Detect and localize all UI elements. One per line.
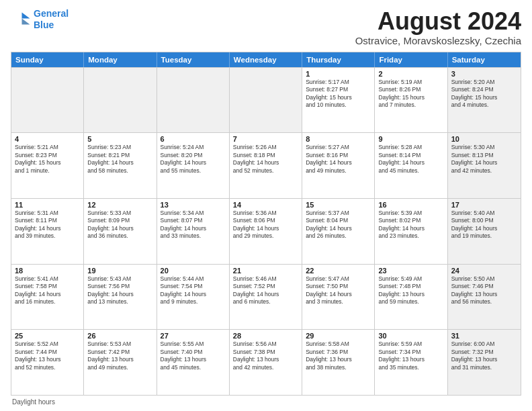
day-number: 3 — [451, 70, 517, 78]
day-number: 6 — [161, 135, 226, 143]
cell-info: Sunrise: 5:34 AMSunset: 8:07 PMDaylight:… — [161, 210, 226, 240]
day-number: 13 — [161, 201, 226, 209]
cal-header-friday: Friday — [375, 52, 447, 67]
day-number: 26 — [87, 332, 152, 340]
cell-info: Sunrise: 5:21 AMSunset: 8:23 PMDaylight:… — [15, 144, 80, 175]
day-number: 9 — [378, 135, 443, 143]
cal-cell-4-5: 22Sunrise: 5:47 AMSunset: 7:50 PMDayligh… — [302, 265, 375, 330]
cal-cell-4-7: 24Sunrise: 5:50 AMSunset: 7:46 PMDayligh… — [448, 265, 521, 330]
cal-cell-4-4: 21Sunrise: 5:46 AMSunset: 7:52 PMDayligh… — [230, 265, 302, 330]
day-number: 17 — [451, 201, 517, 209]
cal-header-wednesday: Wednesday — [230, 52, 302, 67]
cal-header-sunday: Sunday — [11, 52, 84, 67]
day-number: 30 — [378, 332, 443, 340]
cell-info: Sunrise: 5:41 AMSunset: 7:58 PMDaylight:… — [15, 275, 80, 306]
cal-week-5: 25Sunrise: 5:52 AMSunset: 7:44 PMDayligh… — [11, 329, 521, 395]
cal-cell-5-7: 31Sunrise: 6:00 AMSunset: 7:32 PMDayligh… — [448, 330, 521, 395]
day-number: 18 — [15, 267, 80, 275]
cell-info: Sunrise: 5:47 AMSunset: 7:50 PMDaylight:… — [306, 275, 371, 306]
day-number: 11 — [15, 201, 80, 209]
cell-info: Sunrise: 5:24 AMSunset: 8:20 PMDaylight:… — [161, 144, 226, 175]
day-number: 8 — [306, 135, 371, 143]
cell-info: Sunrise: 5:30 AMSunset: 8:13 PMDaylight:… — [451, 144, 517, 175]
cell-info: Sunrise: 5:28 AMSunset: 8:14 PMDaylight:… — [378, 144, 443, 175]
cal-header-monday: Monday — [84, 52, 157, 67]
cell-info: Sunrise: 5:26 AMSunset: 8:18 PMDaylight:… — [233, 144, 298, 175]
cell-info: Sunrise: 5:37 AMSunset: 8:04 PMDaylight:… — [306, 210, 371, 240]
cell-info: Sunrise: 5:36 AMSunset: 8:06 PMDaylight:… — [233, 210, 298, 240]
cal-cell-5-4: 28Sunrise: 5:56 AMSunset: 7:38 PMDayligh… — [230, 330, 302, 395]
cell-info: Sunrise: 5:19 AMSunset: 8:26 PMDaylight:… — [378, 79, 443, 109]
cal-cell-1-5: 1Sunrise: 5:17 AMSunset: 8:27 PMDaylight… — [302, 68, 375, 133]
cell-info: Sunrise: 5:17 AMSunset: 8:27 PMDaylight:… — [306, 79, 371, 109]
cal-cell-3-5: 15Sunrise: 5:37 AMSunset: 8:04 PMDayligh… — [302, 199, 375, 264]
header: General Blue August 2024 Ostravice, Mora… — [11, 8, 521, 46]
cal-cell-1-7: 3Sunrise: 5:20 AMSunset: 8:24 PMDaylight… — [448, 68, 521, 133]
cal-cell-1-1 — [11, 68, 84, 133]
cell-info: Sunrise: 5:55 AMSunset: 7:40 PMDaylight:… — [161, 340, 226, 371]
cal-cell-2-7: 10Sunrise: 5:30 AMSunset: 8:13 PMDayligh… — [448, 133, 521, 198]
day-number: 5 — [87, 135, 152, 143]
logo-icon — [11, 9, 31, 30]
logo-line2: Blue — [34, 19, 54, 30]
cal-week-4: 18Sunrise: 5:41 AMSunset: 7:58 PMDayligh… — [11, 264, 521, 330]
cell-info: Sunrise: 5:59 AMSunset: 7:34 PMDaylight:… — [378, 340, 443, 371]
cell-info: Sunrise: 5:40 AMSunset: 8:00 PMDaylight:… — [451, 210, 517, 240]
cell-info: Sunrise: 5:50 AMSunset: 7:46 PMDaylight:… — [451, 275, 517, 306]
cell-info: Sunrise: 5:53 AMSunset: 7:42 PMDaylight:… — [87, 340, 152, 371]
cell-info: Sunrise: 5:56 AMSunset: 7:38 PMDaylight:… — [233, 340, 298, 371]
page: General Blue August 2024 Ostravice, Mora… — [0, 0, 532, 411]
logo: General Blue — [11, 8, 69, 31]
cal-week-2: 4Sunrise: 5:21 AMSunset: 8:23 PMDaylight… — [11, 132, 521, 198]
cell-info: Sunrise: 5:39 AMSunset: 8:02 PMDaylight:… — [378, 210, 443, 240]
svg-rect-0 — [11, 9, 31, 30]
cell-info: Sunrise: 5:23 AMSunset: 8:21 PMDaylight:… — [87, 144, 152, 175]
cal-cell-4-6: 23Sunrise: 5:49 AMSunset: 7:48 PMDayligh… — [375, 265, 447, 330]
cell-info: Sunrise: 5:46 AMSunset: 7:52 PMDaylight:… — [233, 275, 298, 306]
cal-cell-1-6: 2Sunrise: 5:19 AMSunset: 8:26 PMDaylight… — [375, 68, 447, 133]
cell-info: Sunrise: 5:20 AMSunset: 8:24 PMDaylight:… — [451, 79, 517, 109]
cell-info: Sunrise: 5:58 AMSunset: 7:36 PMDaylight:… — [306, 340, 371, 371]
cell-info: Sunrise: 5:49 AMSunset: 7:48 PMDaylight:… — [378, 275, 443, 306]
cal-week-1: 1Sunrise: 5:17 AMSunset: 8:27 PMDaylight… — [11, 67, 521, 133]
cal-cell-2-5: 8Sunrise: 5:27 AMSunset: 8:16 PMDaylight… — [302, 133, 375, 198]
cal-cell-2-4: 7Sunrise: 5:26 AMSunset: 8:18 PMDaylight… — [230, 133, 302, 198]
day-number: 27 — [161, 332, 226, 340]
subtitle: Ostravice, Moravskoslezsky, Czechia — [355, 35, 521, 46]
calendar: SundayMondayTuesdayWednesdayThursdayFrid… — [11, 52, 521, 396]
cal-cell-3-7: 17Sunrise: 5:40 AMSunset: 8:00 PMDayligh… — [448, 199, 521, 264]
cal-header-tuesday: Tuesday — [157, 52, 230, 67]
day-number: 29 — [306, 332, 371, 340]
cell-info: Sunrise: 6:00 AMSunset: 7:32 PMDaylight:… — [451, 340, 517, 371]
cal-cell-2-2: 5Sunrise: 5:23 AMSunset: 8:21 PMDaylight… — [84, 133, 157, 198]
day-number: 19 — [87, 267, 152, 275]
cal-cell-1-2 — [84, 68, 157, 133]
cal-cell-5-3: 27Sunrise: 5:55 AMSunset: 7:40 PMDayligh… — [157, 330, 230, 395]
cal-header-saturday: Saturday — [448, 52, 521, 67]
footer-note: Daylight hours — [11, 398, 521, 406]
logo-text: General Blue — [34, 8, 69, 31]
cal-cell-2-3: 6Sunrise: 5:24 AMSunset: 8:20 PMDaylight… — [157, 133, 230, 198]
cal-cell-5-2: 26Sunrise: 5:53 AMSunset: 7:42 PMDayligh… — [84, 330, 157, 395]
day-number: 12 — [87, 201, 152, 209]
cal-cell-3-2: 12Sunrise: 5:33 AMSunset: 8:09 PMDayligh… — [84, 199, 157, 264]
day-number: 14 — [233, 201, 298, 209]
cal-cell-3-4: 14Sunrise: 5:36 AMSunset: 8:06 PMDayligh… — [230, 199, 302, 264]
cell-info: Sunrise: 5:33 AMSunset: 8:09 PMDaylight:… — [87, 210, 152, 240]
cal-cell-1-3 — [157, 68, 230, 133]
cell-info: Sunrise: 5:43 AMSunset: 7:56 PMDaylight:… — [87, 275, 152, 306]
cal-cell-5-1: 25Sunrise: 5:52 AMSunset: 7:44 PMDayligh… — [11, 330, 84, 395]
cal-header-thursday: Thursday — [302, 52, 375, 67]
day-number: 28 — [233, 332, 298, 340]
cal-cell-3-6: 16Sunrise: 5:39 AMSunset: 8:02 PMDayligh… — [375, 199, 447, 264]
cal-cell-4-2: 19Sunrise: 5:43 AMSunset: 7:56 PMDayligh… — [84, 265, 157, 330]
day-number: 7 — [233, 135, 298, 143]
day-number: 23 — [378, 267, 443, 275]
day-number: 1 — [306, 70, 371, 78]
calendar-body: 1Sunrise: 5:17 AMSunset: 8:27 PMDaylight… — [11, 67, 521, 395]
cell-info: Sunrise: 5:44 AMSunset: 7:54 PMDaylight:… — [161, 275, 226, 306]
day-number: 31 — [451, 332, 517, 340]
cal-cell-5-5: 29Sunrise: 5:58 AMSunset: 7:36 PMDayligh… — [302, 330, 375, 395]
calendar-header: SundayMondayTuesdayWednesdayThursdayFrid… — [11, 52, 521, 67]
cell-info: Sunrise: 5:52 AMSunset: 7:44 PMDaylight:… — [15, 340, 80, 371]
